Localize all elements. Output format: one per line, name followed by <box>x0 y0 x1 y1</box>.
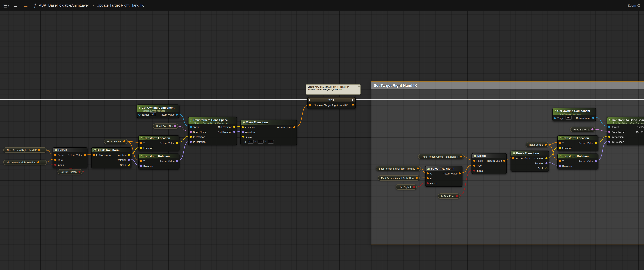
node-select-right[interactable]: ▦SelectFalseReturn ValueTrueIndex <box>472 153 507 174</box>
variable-pill-head-bone-l-right[interactable]: Head Bone L <box>526 142 549 147</box>
pin-target[interactable] <box>554 117 556 119</box>
node-transform-to-bone-space-left[interactable]: ƒTransform to Bone SpaceTarget is Skinne… <box>188 117 237 145</box>
pin-use-sight-ikl[interactable] <box>413 186 415 188</box>
pin-is-first-person-left[interactable] <box>78 171 80 173</box>
node-break-transform-left[interactable]: ⊟Break TransformIn TransformLocationRota… <box>91 147 132 168</box>
pin-out-position[interactable] <box>233 126 235 128</box>
pin-scale[interactable] <box>128 164 130 166</box>
pin-rotation[interactable] <box>559 165 561 167</box>
variable-pill-first-person-aimed-right-hand-ik[interactable]: First Person Aimed Right Hand IK <box>378 175 420 181</box>
pin-head-bone-name-right[interactable] <box>592 128 594 130</box>
pin-rotation[interactable] <box>140 165 142 167</box>
node-select-transform[interactable]: ▦Select TransformAReturn ValueBPick A <box>425 166 462 187</box>
pin-location[interactable] <box>140 147 142 149</box>
node-transform-rotation-left[interactable]: ƒTransform RotationTReturn ValueRotation <box>138 153 180 169</box>
pin-return-value[interactable] <box>595 142 597 144</box>
pin-in-transform[interactable] <box>512 157 514 159</box>
pin-t[interactable] <box>140 142 142 144</box>
pin-is-first-person-right[interactable] <box>456 195 458 197</box>
pin-bone-name[interactable] <box>190 130 192 133</box>
node-transform-location-left[interactable]: ƒTransform LocationTReturn ValueLocation <box>138 135 180 151</box>
pin-head-bone-l-right[interactable] <box>544 144 547 146</box>
pin-head-bone-name-left[interactable] <box>174 125 176 127</box>
pin-default-value[interactable]: self <box>150 112 156 116</box>
axis-value[interactable]: 1.0 <box>258 140 264 144</box>
variable-pill-head-bone-name-left[interactable]: Head Bone Name <box>153 123 178 129</box>
pin-rotation[interactable] <box>128 159 130 161</box>
pin-bone-name[interactable] <box>608 130 610 133</box>
variable-pill-first-person-right-hand-ik[interactable]: First Person Right Hand IK <box>3 160 47 165</box>
pin-return-value[interactable] <box>459 172 461 174</box>
pin-location[interactable] <box>546 157 548 159</box>
pin-t[interactable] <box>559 142 561 144</box>
variable-pill-is-first-person-left[interactable]: Is First Person? <box>58 169 82 175</box>
pin-true[interactable] <box>54 159 56 161</box>
pin-return-value[interactable] <box>503 160 505 162</box>
pin-return-value[interactable] <box>84 154 86 156</box>
navigate-forward-button[interactable]: → <box>22 3 30 8</box>
node-get-owning-component-right[interactable]: ƒGet Owning ComponentTarget is Anim Inst… <box>552 108 596 121</box>
pin-in-rotation[interactable] <box>190 141 192 143</box>
variable-pill-first-person-sight-right-hand-ikl[interactable]: First Person Sight Right Hand IKL <box>376 166 421 171</box>
pin-b[interactable] <box>427 177 429 179</box>
node-make-transform[interactable]: ⊞Make TransformLocationReturn ValueRotat… <box>240 120 297 145</box>
variable-pill-use-sight-ikl[interactable]: Use Sight IKL <box>396 184 417 190</box>
pin-third-person-right-hand-ik[interactable] <box>38 149 40 151</box>
pin-first-person-aimed-right-hand-ik[interactable] <box>416 177 418 179</box>
node-break-transform-right[interactable]: ⊟Break TransformIn TransformLocationRota… <box>510 151 549 172</box>
pin-default-value[interactable]: self <box>565 116 572 120</box>
pin-location[interactable] <box>242 126 244 128</box>
pin-index[interactable] <box>473 169 475 171</box>
comment-pin-icon[interactable] <box>358 85 360 87</box>
pin-index[interactable] <box>54 164 56 166</box>
pin-location[interactable] <box>559 147 561 149</box>
comment-title[interactable]: Set Target Right Hand IK <box>371 82 644 89</box>
navigate-back-button[interactable]: ← <box>12 3 19 8</box>
pin-head-bone-l-left[interactable] <box>123 140 125 142</box>
pin-return-value[interactable] <box>592 117 594 119</box>
exec-out-pin[interactable] <box>352 99 354 101</box>
node-get-owning-component-left[interactable]: ƒGet Owning ComponentTarget is Anim Inst… <box>137 104 180 118</box>
pin-return-value[interactable] <box>176 142 178 144</box>
comment-box-set-target-right-hand-ik[interactable]: Set Target Right Hand IK <box>371 81 644 244</box>
pin-t[interactable] <box>559 160 561 162</box>
pin-location[interactable] <box>128 154 130 156</box>
variable-pill-third-person-right-hand-ik[interactable]: Third Person Right Hand IK <box>3 147 47 153</box>
pin-return-value[interactable] <box>176 160 178 162</box>
pin-target[interactable] <box>190 126 192 128</box>
node-transform-to-bone-space-right[interactable]: ƒTransform to Bone SpaceTarget is Skinne… <box>606 117 644 145</box>
breadcrumb-root[interactable]: ABP_BaseHoldableAnimLayer <box>39 3 89 8</box>
node-transform-location-right[interactable]: ƒTransform LocationTReturn ValueLocation <box>558 135 598 151</box>
pin-false[interactable] <box>473 160 475 162</box>
breadcrumb-current[interactable]: Update Target Right Hand IK <box>97 3 144 8</box>
node-set-non-aim-target-right-hand-ik[interactable]: SETNon Aim Target Right Hand IKL <box>307 97 356 109</box>
pin-scale[interactable] <box>242 136 244 138</box>
exec-in-pin[interactable] <box>309 99 311 101</box>
pin-in-position[interactable] <box>190 136 192 138</box>
variable-pill-head-bone-name-right[interactable]: Head Bone Name <box>570 127 596 132</box>
pin-value-out[interactable] <box>352 104 354 106</box>
graph-bookmark-button[interactable]: ▤ ▾ <box>3 3 9 8</box>
pin-in-position[interactable] <box>608 136 610 138</box>
node-transform-rotation-right[interactable]: ƒTransform RotationTReturn ValueRotation <box>558 153 598 169</box>
pin-return-value[interactable] <box>595 160 597 162</box>
pin-rotation[interactable] <box>546 162 548 164</box>
pin-false[interactable] <box>54 154 56 156</box>
pin-scale[interactable] <box>546 167 548 169</box>
pin-return-value[interactable] <box>293 126 295 128</box>
pin-true[interactable] <box>473 164 475 166</box>
axis-value[interactable]: 1.0 <box>248 140 254 144</box>
variable-pill-head-bone-l-left[interactable]: Head Bone L <box>104 139 128 144</box>
pin-first-person-right-hand-ik[interactable] <box>38 161 40 163</box>
pin-in-rotation[interactable] <box>608 141 610 143</box>
pin-in-transform[interactable] <box>93 154 95 156</box>
node-select-left[interactable]: ▦SelectFalseReturn ValueTrueIndex <box>52 147 88 168</box>
node-comment-bubble[interactable]: Create new local variable set to Transfo… <box>306 84 360 95</box>
pin-value-in[interactable] <box>309 104 311 106</box>
pin-first-person-sight-right-hand-ikl[interactable] <box>417 167 419 169</box>
pin-out-rotation[interactable] <box>233 130 235 133</box>
pin-t[interactable] <box>140 160 142 162</box>
pin-return-value[interactable] <box>176 113 178 115</box>
pin-a[interactable] <box>427 172 429 174</box>
pin-pick-a[interactable] <box>427 182 429 184</box>
